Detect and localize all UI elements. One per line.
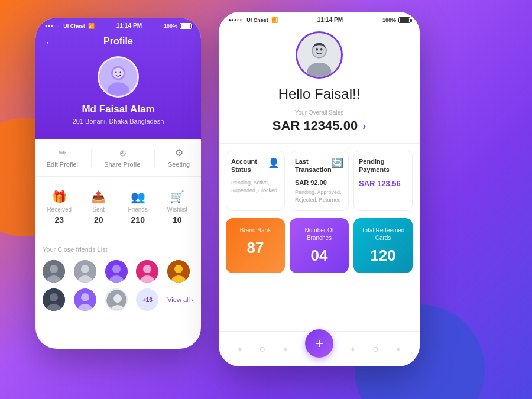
pending-amount: SAR 123.56 xyxy=(359,179,407,188)
friends-label: Friends xyxy=(128,206,148,213)
svg-point-4 xyxy=(115,71,117,73)
sales-amount: SAR 12345.00 › xyxy=(228,118,410,134)
stats-grid: 🎁 Received 23 📤 Sent 20 👥 Friends 210 🛒 … xyxy=(35,181,201,233)
phones-wrapper: ●●●○○ UI Chest 📶 11:14 PM 100% ← Profile xyxy=(35,18,514,387)
account-status-card: Account Status 👤 Pending, Active, Supend… xyxy=(226,151,285,211)
friend-2 xyxy=(74,260,96,283)
share-label: Share Profiel xyxy=(104,161,142,168)
sent-icon: 📤 xyxy=(91,190,106,204)
received-label: Received xyxy=(47,206,72,213)
friends-title: Your Close friends List xyxy=(43,246,194,253)
stat-wishlist: 🛒 Wishlist 10 xyxy=(161,190,194,225)
action-row: ✏ Edit Profiel ⎋ Share Profiel ⚙ Seeting xyxy=(35,139,201,177)
stat-friends: 👥 Friends 210 xyxy=(121,190,155,225)
nav-item-5[interactable]: ○ xyxy=(372,343,379,355)
greeting-text: Hello Faisal!! xyxy=(228,86,410,102)
friend-6 xyxy=(43,288,65,311)
friend-1 xyxy=(43,260,65,283)
svg-point-28 xyxy=(113,294,122,303)
sales-label: Your Overall Sales xyxy=(228,109,410,116)
brand-bank-value: 87 xyxy=(232,239,279,257)
settings-icon: ⚙ xyxy=(175,147,183,158)
share-profile-button[interactable]: ⎋ Share Profiel xyxy=(104,148,142,168)
friends-section: Your Close friends List xyxy=(35,238,201,319)
friend-more-button[interactable]: +16 xyxy=(136,288,158,311)
friends-value: 210 xyxy=(131,215,145,225)
bottom-nav: ✦ ○ ✦ + ✦ ○ ✦ xyxy=(219,331,420,364)
last-transaction-card: Last Transaction 🔄 SAR 92.00 Pending, Ap… xyxy=(290,151,349,211)
svg-point-7 xyxy=(50,265,58,273)
nav-item-2[interactable]: ○ xyxy=(259,343,266,355)
last-transaction-title: Last Transaction xyxy=(295,157,332,174)
profile-avatar-left xyxy=(98,56,139,98)
svg-point-34 xyxy=(316,48,318,51)
stat-sent: 📤 Sent 20 xyxy=(82,190,116,225)
redeemed-label: Total Redeemed Cards xyxy=(359,226,407,242)
edit-icon: ✏ xyxy=(59,147,66,158)
profile-name: Md Faisal Alam xyxy=(45,103,192,115)
app-name-left: UI Chest xyxy=(63,23,85,29)
friend-4 xyxy=(136,260,158,283)
edit-profile-button[interactable]: ✏ Edit Profiel xyxy=(47,147,78,168)
nav-item-1[interactable]: ✦ xyxy=(236,345,244,354)
redeemed-value: 120 xyxy=(359,246,407,265)
branches-value: 04 xyxy=(296,246,343,265)
branches-card: Number Of Branches 04 xyxy=(290,218,349,273)
gift-icon: 🎁 xyxy=(52,190,67,204)
info-cards-row: Account Status 👤 Pending, Active, Supend… xyxy=(219,144,420,218)
brand-bank-card: Brand Bank 87 xyxy=(226,218,285,273)
friends-icon: 👥 xyxy=(131,190,145,204)
view-all-button[interactable]: View all › xyxy=(167,296,194,303)
transaction-value: SAR 92.00 xyxy=(295,179,343,186)
friend-7 xyxy=(74,288,96,311)
stat-received: 🎁 Received 23 xyxy=(43,190,76,225)
pending-title: Pending Payments xyxy=(359,157,407,174)
brand-bank-label: Brand Bank xyxy=(232,226,279,234)
battery-right: 100% xyxy=(382,17,410,23)
sent-label: Sent xyxy=(92,206,105,213)
left-header: ← Profile Md Faisal Alam 201 Bonani, Dha… xyxy=(35,31,201,139)
received-value: 23 xyxy=(54,215,64,225)
settings-button[interactable]: ⚙ Seeting xyxy=(168,147,190,168)
edit-label: Edit Profiel xyxy=(47,161,78,168)
transaction-sub: Pending, Approved, Rejected, Returned xyxy=(295,189,343,205)
phone-right: ●●●○○ UI Chest 📶 11:14 PM 100% xyxy=(219,12,420,366)
sales-arrow[interactable]: › xyxy=(362,120,366,132)
profile-title: Profile xyxy=(45,31,192,56)
time-right: 11:14 PM xyxy=(317,17,343,23)
right-status-bar: ●●●○○ UI Chest 📶 11:14 PM 100% xyxy=(219,12,420,25)
left-status-bar: ●●●○○ UI Chest 📶 11:14 PM 100% xyxy=(35,18,201,31)
svg-point-25 xyxy=(81,293,89,301)
nav-item-6[interactable]: ✦ xyxy=(395,345,402,354)
svg-point-16 xyxy=(143,265,151,273)
battery-left: 100% xyxy=(164,23,192,29)
svg-point-22 xyxy=(50,293,58,301)
status-dots-left: ●●●○○ UI Chest 📶 xyxy=(45,23,95,29)
friends-row2: +16 View all › xyxy=(43,288,194,311)
friends-row1 xyxy=(43,260,194,283)
status-dots-right: ●●●○○ UI Chest 📶 xyxy=(228,17,278,23)
redeemed-cards-card: Total Redeemed Cards 120 xyxy=(353,218,413,273)
svg-point-13 xyxy=(112,265,121,273)
share-icon: ⎋ xyxy=(120,148,126,158)
pending-payments-card: Pending Payments SAR 123.56 xyxy=(353,151,413,211)
friend-5 xyxy=(167,260,190,283)
right-phone-content: Hello Faisal!! Your Overall Sales SAR 12… xyxy=(219,25,420,364)
profile-address: 201 Bonani, Dhaka Bangladesh xyxy=(45,118,192,125)
phone-left: ●●●○○ UI Chest 📶 11:14 PM 100% ← Profile xyxy=(35,18,201,349)
wishlist-label: Wishlist xyxy=(167,206,187,213)
branches-label: Number Of Branches xyxy=(296,226,343,242)
right-avatar xyxy=(296,31,343,79)
fab-button[interactable]: + xyxy=(305,329,333,358)
app-name-right: UI Chest xyxy=(246,17,268,23)
nav-item-3[interactable]: ✦ xyxy=(282,345,289,354)
nav-item-4[interactable]: ✦ xyxy=(349,345,356,354)
transaction-icon: 🔄 xyxy=(332,157,343,168)
svg-point-5 xyxy=(119,71,121,73)
svg-point-10 xyxy=(81,265,89,273)
back-button[interactable]: ← xyxy=(45,37,54,48)
wishlist-icon: 🛒 xyxy=(170,190,184,204)
account-icon: 👤 xyxy=(268,157,280,168)
sent-value: 20 xyxy=(94,215,103,225)
wishlist-value: 10 xyxy=(173,215,182,225)
